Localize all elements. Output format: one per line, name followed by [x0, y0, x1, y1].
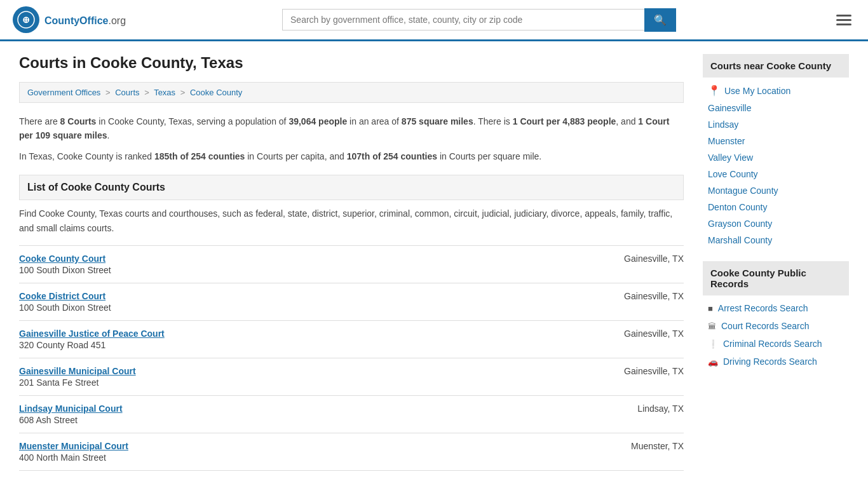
nearby-link[interactable]: Gainesville [708, 103, 751, 113]
nearby-item: Montague County [703, 182, 849, 199]
nearby-link[interactable]: Lindsay [708, 119, 738, 130]
nearby-item: Love County [703, 166, 849, 182]
courts-count: 8 Courts [60, 116, 97, 126]
court-item: Lindsay Municipal Court Lindsay, TX 608 … [19, 396, 684, 433]
use-location-label[interactable]: Use My Location [724, 86, 790, 96]
pr-icon: ■ [708, 304, 713, 313]
description-line1: There are 8 Courts in Cooke County, Texa… [19, 114, 684, 143]
court-item: Gainesville Justice of Peace Court Gaine… [19, 321, 684, 358]
breadcrumb-cooke-county[interactable]: Cooke County [190, 88, 242, 97]
list-section-header: List of Cooke County Courts [19, 175, 684, 200]
court-city-state: Gainesville, TX [624, 291, 684, 301]
court-address: 320 County Road 451 [19, 340, 684, 350]
nearby-item: Denton County [703, 199, 849, 215]
description-line2: In Texas, Cooke County is ranked 185th o… [19, 149, 684, 163]
court-city-state: Gainesville, TX [624, 366, 684, 376]
nearby-link[interactable]: Montague County [708, 186, 778, 196]
section-description: Find Cooke County, Texas courts and cour… [19, 207, 684, 235]
pr-icon: ❕ [708, 339, 718, 349]
nearby-items: GainesvilleLindsayMuensterValley ViewLov… [703, 100, 849, 248]
public-record-link[interactable]: Driving Records Search [723, 356, 817, 367]
nearby-link[interactable]: Valley View [708, 152, 753, 163]
nearby-link[interactable]: Marshall County [708, 235, 772, 245]
sidebar: Courts near Cooke County 📍 Use My Locati… [703, 54, 849, 471]
public-records-title: Cooke County Public Records [703, 261, 849, 295]
breadcrumb-courts[interactable]: Courts [115, 88, 139, 97]
public-records-section: Cooke County Public Records ■Arrest Reco… [703, 261, 849, 370]
court-item: Cooke County Court Gainesville, TX 100 S… [19, 246, 684, 283]
site-header: ⊕ CountyOffice.org 🔍 [0, 0, 868, 41]
content-area: Courts in Cooke County, Texas Government… [19, 54, 684, 471]
breadcrumb-texas[interactable]: Texas [154, 88, 175, 97]
public-record-link[interactable]: Criminal Records Search [723, 339, 822, 349]
court-name[interactable]: Cooke District Court [19, 291, 105, 301]
court-item: Cooke District Court Gainesville, TX 100… [19, 283, 684, 321]
court-address: 608 Ash Street [19, 415, 684, 425]
court-item: Gainesville Municipal Court Gainesville,… [19, 358, 684, 396]
court-item: Muenster Municipal Court Muenster, TX 40… [19, 433, 684, 471]
nearby-item: Grayson County [703, 215, 849, 232]
public-records-list: ■Arrest Records Search🏛Court Records Sea… [703, 299, 849, 370]
court-address: 100 South Dixon Street [19, 302, 684, 313]
court-name[interactable]: Lindsay Municipal Court [19, 403, 123, 414]
court-list: Cooke County Court Gainesville, TX 100 S… [19, 245, 684, 471]
nearby-title: Courts near Cooke County [703, 54, 849, 78]
logo-suffix: .org [108, 15, 126, 26]
breadcrumb: Government Offices > Courts > Texas > Co… [19, 82, 684, 103]
nearby-section: Courts near Cooke County 📍 Use My Locati… [703, 54, 849, 248]
nearby-item: Valley View [703, 149, 849, 166]
search-area: 🔍 [282, 8, 676, 32]
court-name[interactable]: Gainesville Justice of Peace Court [19, 329, 165, 339]
nearby-item: Marshall County [703, 232, 849, 248]
court-address: 400 North Main Street [19, 452, 684, 463]
area: 875 square miles [402, 116, 473, 126]
logo-icon: ⊕ [13, 6, 39, 33]
pr-icon: 🚗 [708, 357, 718, 367]
page-title: Courts in Cooke County, Texas [19, 54, 684, 72]
site-logo-text: CountyOffice.org [44, 13, 126, 27]
public-record-link[interactable]: Arrest Records Search [718, 303, 808, 313]
search-input[interactable] [282, 9, 644, 30]
use-location-button[interactable]: 📍 Use My Location [703, 81, 849, 100]
population: 39,064 people [288, 116, 347, 126]
court-city-state: Lindsay, TX [637, 403, 684, 414]
court-city-state: Muenster, TX [631, 441, 684, 451]
court-address: 201 Santa Fe Street [19, 377, 684, 388]
public-record-item: ■Arrest Records Search [703, 299, 849, 317]
menu-button[interactable] [832, 11, 855, 29]
court-city-state: Gainesville, TX [624, 254, 684, 264]
rank2: 107th of 254 counties [347, 151, 437, 161]
pr-icon: 🏛 [708, 322, 716, 331]
breadcrumb-gov-offices[interactable]: Government Offices [27, 88, 100, 97]
public-record-link[interactable]: Court Records Search [721, 321, 810, 331]
nearby-link[interactable]: Muenster [708, 136, 745, 146]
public-record-item: 🏛Court Records Search [703, 317, 849, 335]
logo-name: CountyOffice [44, 15, 108, 26]
court-name[interactable]: Muenster Municipal Court [19, 441, 128, 451]
svg-text:⊕: ⊕ [22, 15, 30, 25]
rank1: 185th of 254 counties [154, 151, 245, 161]
court-name[interactable]: Gainesville Municipal Court [19, 366, 136, 376]
location-pin-icon: 📍 [708, 85, 721, 97]
per-people: 1 Court per 4,883 people [513, 116, 616, 126]
main-container: Courts in Cooke County, Texas Government… [0, 41, 868, 484]
court-name[interactable]: Cooke County Court [19, 254, 105, 264]
public-record-item: ❕Criminal Records Search [703, 335, 849, 353]
court-city-state: Gainesville, TX [624, 329, 684, 339]
nearby-link[interactable]: Grayson County [708, 219, 772, 229]
logo-area: ⊕ CountyOffice.org [13, 6, 126, 33]
nearby-item: Muenster [703, 133, 849, 149]
nearby-link[interactable]: Love County [708, 169, 758, 179]
public-record-item: 🚗Driving Records Search [703, 353, 849, 370]
court-address: 100 South Dixon Street [19, 265, 684, 275]
search-button[interactable]: 🔍 [644, 8, 676, 32]
nearby-link[interactable]: Denton County [708, 202, 767, 212]
nearby-item: Gainesville [703, 100, 849, 116]
nearby-item: Lindsay [703, 116, 849, 133]
